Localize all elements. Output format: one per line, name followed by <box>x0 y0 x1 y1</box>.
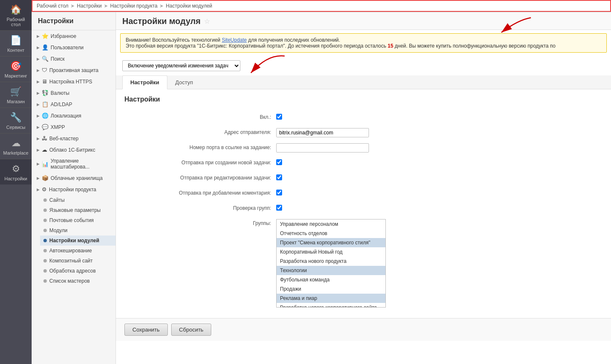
label-on-create: Отправка при создании новой задачи: <box>124 158 276 166</box>
value-on-create <box>276 158 603 165</box>
nav-item-search[interactable]: 🔍 Поиск <box>32 53 116 64</box>
search-icon: 🔍 <box>42 56 48 62</box>
nav-item-mail-events[interactable]: Почтовые события <box>40 215 116 225</box>
nav-item-protection[interactable]: 🛡 Проактивная защита <box>32 64 116 76</box>
value-sender <box>276 128 603 137</box>
nav-item-composite[interactable]: Композитный сайт <box>40 256 116 266</box>
save-button[interactable]: Сохранить <box>124 324 168 336</box>
breadcrumb-product-settings: Настройки продукта <box>110 3 157 9</box>
checkbox-enabled[interactable] <box>276 114 282 120</box>
settings-panel: Настройки Вкл.: Адрес отправителя: <box>116 89 611 318</box>
settings-row-on-create: Отправка при создании новой задачи: <box>124 158 603 169</box>
input-sender[interactable] <box>276 128 369 137</box>
nav-item-webcluster[interactable]: 🖧 Веб-кластер <box>32 133 116 144</box>
groups-list[interactable]: Управление персоналомОтчетность отделовП… <box>276 219 386 308</box>
dropdown-row: Включение уведомлений изменения задач <box>116 56 611 75</box>
group-list-item[interactable]: Разработка нового продукта <box>277 257 385 266</box>
settings-row-sender: Адрес отправителя: <box>124 128 603 139</box>
scale-icon: 📊 <box>42 161 48 167</box>
content-area: Настройки ⭐ Избранное 👤 Пользователи 🔍 П… <box>32 12 611 364</box>
https-icon: 🖥 <box>42 78 47 85</box>
nav-item-localization[interactable]: 🌐 Локализация <box>32 110 116 121</box>
nav-item-adldap[interactable]: 📋 AD/LDAP <box>32 99 116 110</box>
group-list-item[interactable]: Продажи <box>277 284 385 294</box>
value-check-groups <box>276 204 603 211</box>
checkbox-check-groups[interactable] <box>276 205 282 211</box>
group-list-item[interactable]: Футбольная команда <box>277 275 385 284</box>
sidebar-item-marketing[interactable]: 🎯 Маркетинг <box>0 56 32 82</box>
checkbox-on-comment[interactable] <box>276 190 282 195</box>
value-port <box>276 143 603 153</box>
settings-row-on-edit: Отправка при редактировании задачи: <box>124 174 603 185</box>
sidebar-item-content[interactable]: 📄 Контент <box>0 31 32 56</box>
nav-item-sites[interactable]: Сайты <box>40 195 116 205</box>
module-dropdown[interactable]: Включение уведомлений изменения задач <box>122 60 240 71</box>
label-on-edit: Отправка при редактировании задачи: <box>124 174 276 181</box>
settings-row-enabled: Вкл.: <box>124 113 603 124</box>
breadcrumb-settings: Настройки <box>77 3 102 9</box>
group-list-item[interactable]: Разработка нового корпоративного сайта <box>277 303 385 308</box>
settings-row-check-groups: Проверка групп: <box>124 204 603 215</box>
group-list-item[interactable]: Корпоративный Новый год <box>277 247 385 257</box>
nav-item-masters[interactable]: Список мастеров <box>40 276 116 286</box>
localization-icon: 🌐 <box>42 112 48 119</box>
xmpp-icon: 💬 <box>42 124 48 130</box>
nav-item-users[interactable]: 👤 Пользователи <box>32 42 116 53</box>
cloud-storage-icon: 📦 <box>42 175 48 181</box>
nav-item-https[interactable]: 🖥 Настройка HTTPS <box>32 76 116 87</box>
nav-item-address[interactable]: Обработка адресов <box>40 266 116 276</box>
value-groups: Управление персоналомОтчетность отделовП… <box>276 219 603 308</box>
sidebar-item-services[interactable]: 🔧 Сервисы <box>0 108 32 134</box>
dropdown-section: Включение уведомлений изменения задач <box>116 56 611 75</box>
sidebar-item-settings[interactable]: ⚙ Настройки <box>0 159 32 185</box>
webcluster-icon: 🖧 <box>42 135 47 142</box>
label-sender: Адрес отправителя: <box>124 128 276 135</box>
siteupdate-link[interactable]: SiteUpdate <box>222 37 247 43</box>
label-on-comment: Отправка при добавлении коментария: <box>124 189 276 196</box>
nav-item-favorites[interactable]: ⭐ Избранное <box>32 30 116 42</box>
tabs-bar: Настройки Доступ <box>116 75 611 89</box>
group-list-item[interactable]: Отчетность отделов <box>277 229 385 238</box>
nav-item-cloud[interactable]: ☁ Облако 1С-Битрикс <box>32 144 116 155</box>
tab-settings[interactable]: Настройки <box>122 75 167 89</box>
nav-item-lang[interactable]: Языковые параметры <box>40 205 116 215</box>
page-title: Настройки модуля <box>122 16 201 26</box>
nav-item-autocache[interactable]: Автокеширование <box>40 246 116 256</box>
product-settings-icon: ⚙ <box>42 186 47 193</box>
nav-item-product-settings[interactable]: ⚙ Настройки продукта <box>32 184 116 195</box>
input-port[interactable] <box>276 143 369 153</box>
sidebar: 🏠 Рабочий стол 📄 Контент 🎯 Маркетинг 🛒 М… <box>0 0 32 364</box>
nav-item-scale[interactable]: 📊 Управление масштабирова... <box>32 155 116 172</box>
breadcrumb-desktop: Рабочий стол <box>37 3 68 9</box>
value-on-edit <box>276 174 603 180</box>
label-port: Номер порта в ссылке на задание: <box>124 143 276 150</box>
reset-button[interactable]: Сбросить <box>171 324 212 336</box>
settings-row-port: Номер порта в ссылке на задание: <box>124 143 603 154</box>
sidebar-item-marketplace[interactable]: ☁ Marketplace <box>0 134 32 159</box>
value-enabled <box>276 113 603 120</box>
nav-item-modules[interactable]: Модули <box>40 225 116 236</box>
sidebar-item-desktop[interactable]: 🏠 Рабочий стол <box>0 0 32 31</box>
group-list-item[interactable]: Проект "Смена корпоративного стиля" <box>277 238 385 247</box>
breadcrumb-module-settings: Настройки модулей <box>166 3 212 9</box>
favorite-star-icon[interactable]: ☆ <box>204 17 210 25</box>
nav-item-xmpp[interactable]: 💬 XMPP <box>32 121 116 133</box>
content-icon: 📄 <box>10 35 22 46</box>
nav-item-module-settings[interactable]: Настройки модулей <box>40 236 116 246</box>
page-wrapper: Рабочий стол ➤ Настройки ➤ Настройки про… <box>32 0 611 364</box>
value-on-comment <box>276 189 603 195</box>
label-enabled: Вкл.: <box>124 113 276 120</box>
users-icon: 👤 <box>42 44 48 51</box>
checkbox-on-edit[interactable] <box>276 174 282 180</box>
nav-item-currency[interactable]: 💱 Валюты <box>32 87 116 99</box>
group-list-item[interactable]: Технологии <box>277 266 385 275</box>
group-list-item[interactable]: Управление персоналом <box>277 219 385 229</box>
label-check-groups: Проверка групп: <box>124 204 276 211</box>
tab-access[interactable]: Доступ <box>167 75 201 89</box>
group-list-item[interactable]: Реклама и пиар <box>277 294 385 303</box>
settings-row-on-comment: Отправка при добавлении коментария: <box>124 189 603 200</box>
checkbox-on-create[interactable] <box>276 159 282 165</box>
sidebar-item-shop[interactable]: 🛒 Магазин <box>0 82 32 108</box>
nav-item-cloud-storage[interactable]: 📦 Облачные хранилища <box>32 172 116 184</box>
nav-sub-section: Сайты Языковые параметры Почтовые событи… <box>32 195 116 286</box>
